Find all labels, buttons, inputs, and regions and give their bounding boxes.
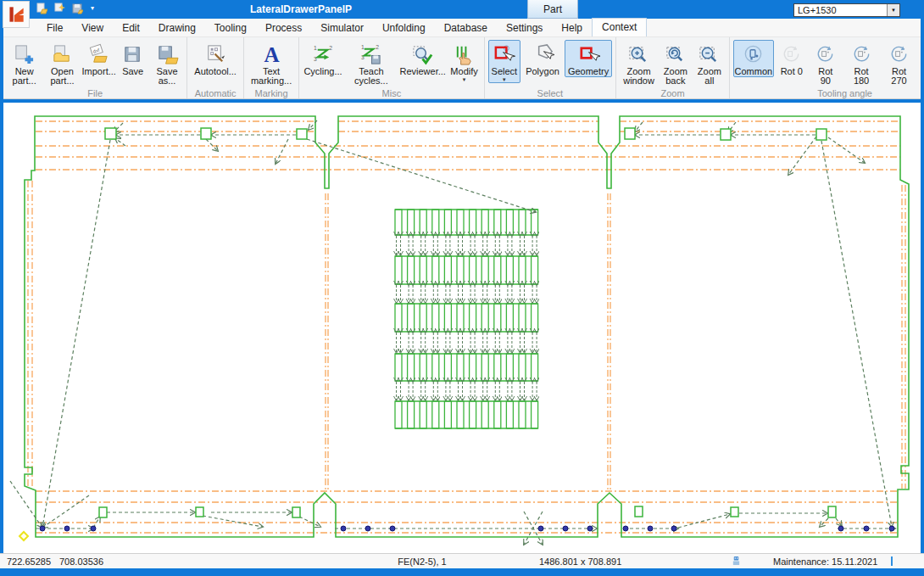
button-label: New part... [10, 67, 38, 86]
save-button[interactable]: Save [117, 40, 149, 77]
button-label: Rot 180 [847, 67, 876, 86]
window-border-bottom [0, 568, 924, 576]
ribbon-group-label: File [3, 88, 186, 98]
polygon-button[interactable]: Polygon [522, 40, 563, 77]
menu-item-view[interactable]: View [72, 20, 113, 36]
select-button[interactable]: Select▾ [488, 40, 521, 83]
svg-text:1: 1 [313, 45, 316, 51]
import-icon: dxf [87, 42, 110, 67]
ribbon-group-misc: 123Cycling...123Teach cycles...Reviewer.… [299, 37, 484, 98]
autotool-icon [204, 42, 227, 67]
rot-180-icon [850, 42, 873, 67]
import-button[interactable]: dxfImport... [83, 40, 115, 77]
chevron-down-icon[interactable]: ▾ [503, 76, 506, 82]
context-tab-header[interactable]: Part [527, 0, 578, 19]
rot-270-icon [888, 42, 910, 67]
open-part-icon [51, 42, 74, 67]
select-icon [493, 42, 515, 67]
rot-270-button[interactable]: Rot 270 [881, 40, 916, 87]
app-logo-icon[interactable] [3, 1, 30, 28]
zoom-back-icon [664, 42, 687, 67]
quick-new-part-icon[interactable] [36, 3, 47, 14]
rot-0-button[interactable]: Rot 0 [776, 40, 808, 77]
statusbar: 722.65285 708.03536 FE(N2-5), 1 1486.801… [0, 553, 924, 568]
new-part-button[interactable]: New part... [7, 40, 42, 87]
button-label: Rot 90 [813, 67, 838, 86]
quick-save-icon[interactable] [71, 3, 83, 14]
ribbon-group-label: Automatic [187, 88, 243, 98]
menu-item-process[interactable]: Process [256, 20, 311, 36]
qat-customize-icon[interactable]: ▾ [91, 5, 94, 12]
part-outline[interactable] [25, 116, 909, 537]
save-as-button[interactable]: Save as... [151, 40, 184, 87]
button-label: Geometry [568, 67, 609, 76]
button-label: Zoom back [663, 67, 688, 86]
button-label: Cycling... [303, 67, 342, 76]
svg-text:2: 2 [329, 45, 332, 51]
machine-selector-value: LG+1530 [794, 5, 887, 15]
button-label: Autotool... [194, 67, 237, 76]
rot-90-button[interactable]: Rot 90 [810, 40, 842, 87]
punch-squares [99, 128, 836, 517]
button-label: Modify [450, 67, 477, 76]
zoom-window-button[interactable]: Zoom window [620, 40, 658, 87]
tool-paths [10, 120, 895, 545]
menu-item-drawing[interactable]: Drawing [149, 20, 205, 36]
button-label: Import... [82, 67, 116, 76]
menu-item-unfolding[interactable]: Unfolding [373, 20, 435, 36]
ribbon-group-automatic: Autotool...Automatic [187, 37, 244, 98]
ribbon-group-zoom: Zoom windowZoom backZoom allZoom [616, 37, 730, 98]
teach-cycles-button[interactable]: 123Teach cycles... [345, 40, 398, 87]
bend-lines [28, 121, 905, 533]
polygon-icon [532, 42, 554, 67]
save-as-icon [156, 42, 179, 67]
maintenance-robot-icon [732, 556, 741, 568]
cycling-button[interactable]: 123Cycling... [303, 40, 343, 77]
rot-180-button[interactable]: Rot 180 [843, 40, 879, 87]
menu-item-database[interactable]: Database [435, 20, 497, 36]
chevron-down-icon[interactable]: ▾ [463, 76, 466, 82]
titlebar: LateralDrawerPanelP Part – × [0, 0, 924, 19]
common-button[interactable]: Common [733, 40, 774, 77]
svg-text:A: A [264, 43, 279, 66]
svg-text:1: 1 [361, 44, 365, 50]
zoom-back-button[interactable]: Zoom back [660, 40, 692, 87]
quick-open-part-icon[interactable] [53, 3, 65, 14]
ribbon-group-label: Tooling angle [730, 88, 924, 98]
modify-button[interactable]: Modify▾ [448, 40, 481, 83]
rot-90-icon [814, 42, 837, 67]
chevron-down-icon[interactable]: ▼ [887, 4, 899, 16]
status-separator [891, 556, 893, 566]
button-label: Zoom window [623, 67, 654, 86]
button-label: Save [122, 67, 143, 76]
ribbon-toolbar: New part...Open part...dxfImport...SaveS… [3, 36, 921, 99]
autotool-button[interactable]: Autotool... [191, 40, 240, 77]
menu-item-file[interactable]: File [37, 20, 72, 36]
menu-item-settings[interactable]: Settings [497, 20, 552, 36]
reviewer-button[interactable]: Reviewer... [399, 40, 447, 77]
new-part-icon [13, 42, 36, 67]
button-label: Rot 270 [884, 67, 913, 86]
menu-item-simulator[interactable]: Simulator [311, 20, 373, 36]
open-part-button[interactable]: Open part... [43, 40, 81, 87]
zoom-all-button[interactable]: Zoom all [693, 40, 726, 87]
common-icon [742, 42, 765, 67]
drawing-canvas[interactable] [3, 103, 921, 553]
machine-selector[interactable]: LG+1530 ▼ [793, 3, 900, 17]
part-drawing[interactable] [3, 103, 921, 553]
text-marking-icon: A [260, 42, 283, 67]
modify-icon [453, 42, 476, 67]
button-label: Text marking... [251, 67, 292, 86]
geometry-button[interactable]: Geometry [565, 40, 612, 77]
ribbon-group-label: Select [485, 88, 616, 98]
menu-item-help[interactable]: Help [552, 20, 592, 36]
button-label: Select [492, 67, 518, 76]
menu-item-context[interactable]: Context [592, 18, 647, 36]
status-coord-y: 708.03536 [59, 556, 103, 567]
menu-item-tooling[interactable]: Tooling [205, 20, 256, 36]
menu-item-edit[interactable]: Edit [113, 20, 149, 36]
ribbon-group-select: Select▾PolygonGeometrySelect [485, 37, 617, 98]
text-marking-button[interactable]: AText marking... [248, 40, 295, 87]
menubar: FileViewEditDrawingToolingProcessSimulat… [3, 19, 921, 36]
ribbon-group-label: Zoom [616, 88, 729, 98]
